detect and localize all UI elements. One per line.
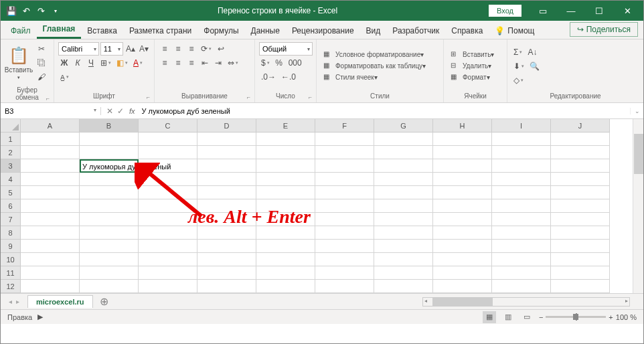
cell-I10[interactable]	[492, 253, 551, 266]
cell-G6[interactable]	[374, 199, 433, 213]
cell-G9[interactable]	[374, 240, 433, 253]
find-button[interactable]: 🔍	[528, 60, 542, 73]
cell-E7[interactable]	[256, 213, 315, 226]
cell-G11[interactable]	[374, 266, 433, 280]
align-center-button[interactable]: ≡	[172, 56, 184, 70]
cell-F9[interactable]	[315, 240, 374, 253]
vertical-scrollbar[interactable]	[633, 119, 643, 293]
cell-E11[interactable]	[256, 266, 315, 280]
cell-E3[interactable]	[256, 159, 315, 173]
cell-B3[interactable]: У лукоморья дуб зеленый	[80, 159, 139, 173]
cell-G7[interactable]	[374, 213, 433, 226]
cell-H2[interactable]	[433, 146, 492, 159]
row-header-1[interactable]: 1	[1, 133, 21, 146]
fx-icon[interactable]: fx	[129, 107, 139, 115]
minimize-icon[interactable]: —	[558, 1, 584, 21]
cell-H1[interactable]	[433, 133, 492, 146]
cell-J11[interactable]	[551, 266, 610, 280]
decrease-indent-button[interactable]: ⇤	[199, 56, 211, 70]
zoom-out-button[interactable]: −	[539, 313, 543, 321]
cell-D10[interactable]	[197, 253, 256, 266]
cell-E12[interactable]	[256, 280, 315, 293]
cell-C8[interactable]	[139, 226, 197, 240]
cell-B8[interactable]	[80, 226, 139, 240]
tab-developer[interactable]: Разработчик	[386, 23, 445, 39]
format-cells-button[interactable]: ▦Формат ▾	[448, 72, 503, 83]
cell-C12[interactable]	[139, 280, 197, 293]
ribbon-options-icon[interactable]: ▭	[530, 1, 556, 21]
formula-input[interactable]	[139, 107, 630, 115]
cell-J3[interactable]	[551, 159, 610, 173]
cell-H10[interactable]	[433, 253, 492, 266]
cell-F8[interactable]	[315, 226, 374, 240]
cell-C11[interactable]	[139, 266, 197, 280]
currency-button[interactable]: $	[259, 56, 272, 70]
align-left-button[interactable]: ≡	[159, 56, 171, 70]
align-bottom-button[interactable]: ≡	[185, 42, 197, 56]
number-format-combo[interactable]: Общий	[259, 42, 313, 56]
zoom-in-button[interactable]: +	[609, 313, 613, 321]
horizontal-scrollbar[interactable]	[422, 297, 630, 307]
conditional-format-button[interactable]: ▦Условное форматирование ▾	[321, 50, 439, 60]
cell-I4[interactable]	[492, 173, 551, 186]
cell-H6[interactable]	[433, 199, 492, 213]
cell-B1[interactable]	[80, 133, 139, 146]
orientation-button[interactable]: ⟳	[199, 42, 214, 56]
row-header-3[interactable]: 3	[1, 159, 21, 173]
cell-J2[interactable]	[551, 146, 610, 159]
clipboard-dialog-icon[interactable]: ⌐	[46, 95, 50, 102]
cell-A3[interactable]	[21, 159, 80, 173]
phonetic-button[interactable]: A̲	[58, 70, 71, 84]
cell-B2[interactable]	[80, 146, 139, 159]
row-header-7[interactable]: 7	[1, 213, 21, 226]
col-header-B[interactable]: B	[80, 119, 139, 133]
expand-formula-bar-icon[interactable]: ⌄	[630, 108, 643, 114]
cell-J9[interactable]	[551, 240, 610, 253]
wrap-text-button[interactable]: ↩	[215, 42, 227, 56]
row-header-6[interactable]: 6	[1, 199, 21, 213]
cell-C2[interactable]	[139, 146, 197, 159]
cell-D7[interactable]	[197, 213, 256, 226]
tab-review[interactable]: Рецензирование	[286, 23, 360, 39]
col-header-D[interactable]: D	[197, 119, 256, 133]
italic-button[interactable]: К	[72, 56, 84, 70]
cell-F1[interactable]	[315, 133, 374, 146]
increase-decimal-button[interactable]: .0→	[259, 70, 278, 84]
row-header-9[interactable]: 9	[1, 240, 21, 253]
cell-I11[interactable]	[492, 266, 551, 280]
cell-G5[interactable]	[374, 186, 433, 199]
font-name-combo[interactable]: Calibri	[58, 42, 99, 56]
cell-J7[interactable]	[551, 213, 610, 226]
number-dialog-icon[interactable]: ⌐	[309, 94, 312, 100]
cell-J10[interactable]	[551, 253, 610, 266]
grow-font-button[interactable]: A▴	[125, 42, 137, 56]
cell-F3[interactable]	[315, 159, 374, 173]
percent-button[interactable]: %	[273, 56, 285, 70]
cell-F10[interactable]	[315, 253, 374, 266]
font-dialog-icon[interactable]: ⌐	[147, 94, 150, 100]
comma-button[interactable]: 000	[287, 56, 304, 70]
cell-E9[interactable]	[256, 240, 315, 253]
border-button[interactable]: ⊞	[98, 56, 113, 70]
cell-D6[interactable]	[197, 199, 256, 213]
clear-button[interactable]: ◇	[511, 74, 526, 87]
cell-D2[interactable]	[197, 146, 256, 159]
tab-file[interactable]: Файл	[5, 23, 37, 39]
tab-data[interactable]: Данные	[245, 23, 286, 39]
underline-button[interactable]: Ч	[85, 56, 97, 70]
cell-I6[interactable]	[492, 199, 551, 213]
name-box[interactable]: B3	[1, 107, 101, 115]
cell-D9[interactable]	[197, 240, 256, 253]
row-header-10[interactable]: 10	[1, 253, 21, 266]
cell-C1[interactable]	[139, 133, 197, 146]
redo-icon[interactable]: ↷	[35, 5, 46, 16]
cell-D1[interactable]	[197, 133, 256, 146]
tab-help[interactable]: Справка	[445, 23, 489, 39]
cell-C5[interactable]	[139, 186, 197, 199]
align-top-button[interactable]: ≡	[159, 42, 171, 56]
cell-D8[interactable]	[197, 226, 256, 240]
cell-E8[interactable]	[256, 226, 315, 240]
col-header-F[interactable]: F	[315, 119, 374, 133]
page-layout-view-button[interactable]: ▥	[501, 311, 515, 323]
col-header-E[interactable]: E	[256, 119, 315, 133]
